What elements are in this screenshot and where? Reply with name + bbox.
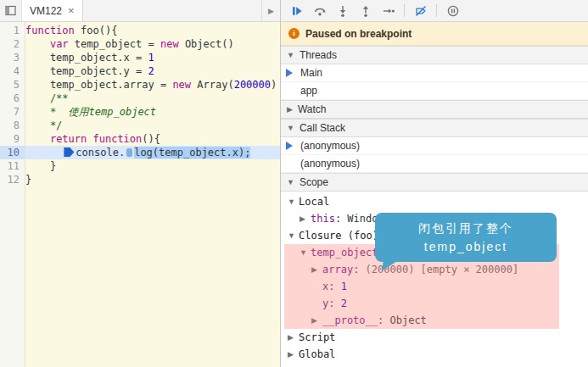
resume-icon: [290, 4, 304, 18]
step-out-button[interactable]: [355, 2, 376, 20]
callstack-frame[interactable]: (anonymous): [281, 137, 588, 155]
code-token: 200000: [234, 79, 271, 91]
scope-token: temp_object: [311, 244, 378, 261]
deactivate-breakpoints-button[interactable]: [410, 2, 431, 20]
annotation-bubble: 闭包引用了整个 temp_object: [375, 213, 557, 262]
scope-token: :: [328, 278, 340, 295]
line-number[interactable]: 11: [0, 159, 25, 173]
scope-token: :: [335, 210, 347, 227]
line-number[interactable]: 6: [0, 92, 25, 105]
code-token: temp_object.array =: [25, 79, 172, 91]
tree-caret-icon[interactable]: ▼: [288, 227, 299, 244]
code-token: [25, 133, 50, 145]
code-line: * 使用temp_object: [25, 105, 280, 119]
line-number[interactable]: 10: [0, 146, 25, 159]
inline-breakpoint-icon[interactable]: [126, 148, 132, 157]
step-over-button[interactable]: [309, 2, 330, 20]
chevron-down-icon[interactable]: ▼: [287, 51, 294, 59]
code-token: 使用temp_object: [69, 106, 156, 118]
code-token: temp_object.x =: [25, 52, 148, 64]
callstack-frame[interactable]: (anonymous): [281, 155, 588, 173]
code-editor[interactable]: 123456789101112 function foo(){ var temp…: [0, 22, 280, 367]
code-line: }: [25, 173, 280, 186]
toolbar-separator: [436, 4, 437, 17]
code-token: 1: [148, 52, 154, 64]
tree-caret-icon[interactable]: ▶: [300, 210, 311, 227]
step-icon: [382, 4, 395, 18]
annotation-bubble-tail-icon: [382, 259, 398, 274]
tree-caret-icon[interactable]: ▶: [288, 329, 299, 346]
scope-row[interactable]: ▶array: (200000) [empty × 200000]: [281, 261, 588, 278]
scope-section-label: Scope: [300, 176, 328, 188]
code-line: */: [25, 119, 280, 132]
line-number[interactable]: 2: [0, 37, 25, 51]
close-tab-icon[interactable]: ×: [68, 5, 75, 16]
paused-banner: i Paused on breakpoint: [281, 22, 588, 46]
scope-row[interactable]: x: 1: [281, 278, 588, 295]
callstack-frame-label: (anonymous): [300, 158, 360, 170]
chevron-down-icon[interactable]: ▼: [287, 124, 294, 132]
debugger-toolbar: [281, 0, 588, 22]
code-token: [25, 147, 62, 158]
code-area[interactable]: function foo(){ var temp_object = new Ob…: [25, 22, 280, 367]
scope-row[interactable]: ▼Local: [281, 193, 588, 210]
line-number[interactable]: 1: [0, 24, 25, 37]
line-number[interactable]: 9: [0, 132, 25, 146]
step-button[interactable]: [378, 2, 399, 20]
code-token: log(temp_object.x);: [134, 147, 250, 158]
code-token: return: [50, 133, 87, 145]
line-number[interactable]: 8: [0, 119, 25, 132]
file-tab-vm122[interactable]: VM122 ×: [22, 0, 83, 21]
line-number[interactable]: 12: [0, 173, 25, 186]
tree-caret-icon[interactable]: ▶: [311, 312, 322, 329]
scope-row[interactable]: ▶__proto__: Object: [281, 312, 588, 329]
line-number[interactable]: 3: [0, 51, 25, 64]
scope-row[interactable]: y: 2: [281, 295, 588, 312]
chevron-down-icon[interactable]: ▼: [287, 178, 294, 186]
code-line: console.log(temp_object.x);: [25, 146, 280, 159]
tree-caret-icon[interactable]: ▶: [288, 346, 299, 363]
tree-caret-icon[interactable]: ▼: [300, 244, 311, 261]
code-token: ): [271, 79, 277, 91]
code-line: var temp_object = new Object(): [25, 37, 280, 51]
scope-section-header[interactable]: ▼ Scope: [281, 173, 588, 192]
tree-caret-icon[interactable]: ▶: [311, 261, 322, 278]
editor-pane: VM122 × ▶ 123456789101112 function foo()…: [0, 0, 281, 367]
scope-row[interactable]: ▶Global: [281, 346, 588, 363]
code-token: */: [25, 120, 62, 131]
navigator-toggle-button[interactable]: [0, 0, 22, 21]
watch-section-header[interactable]: ▶ Watch: [281, 100, 588, 119]
scope-row[interactable]: ▶Script: [281, 329, 588, 346]
code-token: new: [172, 79, 191, 91]
scope-token: :: [328, 295, 340, 312]
code-token: new: [160, 38, 179, 50]
code-token: console.: [76, 147, 125, 158]
thread-item[interactable]: Main: [281, 64, 588, 82]
thread-item-label: app: [300, 85, 317, 97]
chevron-right-icon[interactable]: ▶: [287, 105, 293, 114]
code-token: function: [25, 25, 75, 36]
code-token: Array(: [191, 79, 234, 91]
tab-bar-spacer: [83, 0, 261, 21]
code-line: function foo(){: [25, 24, 280, 37]
step-out-icon: [359, 4, 372, 18]
code-token: /**: [25, 92, 69, 104]
tab-overflow-button[interactable]: ▶: [261, 0, 280, 21]
tree-caret-icon[interactable]: ▼: [288, 193, 299, 210]
pause-on-exceptions-button[interactable]: [442, 2, 463, 20]
resume-button[interactable]: [286, 2, 307, 20]
current-position-arrow-icon: [286, 142, 293, 150]
code-token: 2: [148, 65, 154, 77]
watch-section-label: Watch: [298, 103, 327, 115]
code-token: temp_object.y =: [25, 65, 148, 77]
line-number[interactable]: 5: [0, 78, 25, 92]
line-number[interactable]: 7: [0, 105, 25, 119]
annotation-line1: 闭包引用了整个: [418, 221, 513, 236]
callstack-section-header[interactable]: ▼ Call Stack: [281, 119, 588, 137]
callstack-list: (anonymous)(anonymous): [281, 137, 588, 173]
step-into-button[interactable]: [332, 2, 353, 20]
line-number[interactable]: 4: [0, 64, 25, 78]
thread-item[interactable]: app: [281, 82, 588, 100]
scope-token: array: [322, 261, 353, 278]
threads-section-header[interactable]: ▼ Threads: [281, 46, 588, 64]
